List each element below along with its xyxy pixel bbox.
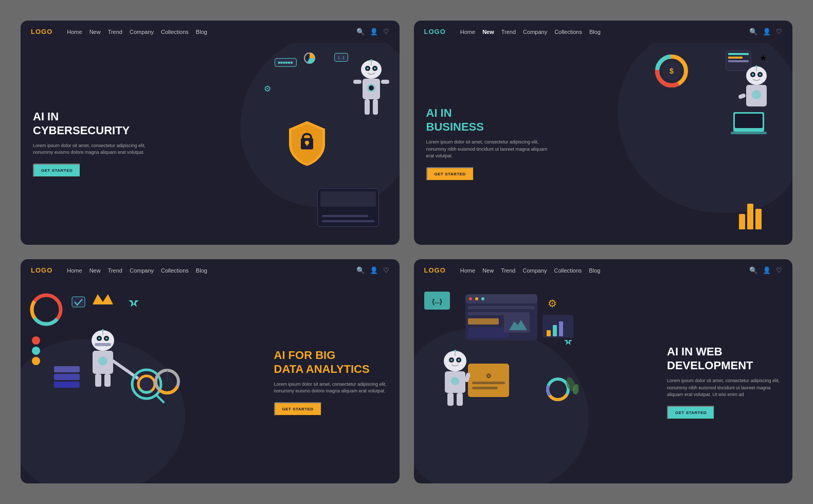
nav-new-1[interactable]: New	[89, 29, 101, 35]
card-webdev: LOGO Home New Trend Company Collections …	[414, 259, 793, 483]
svg-rect-101	[472, 382, 505, 384]
svg-point-96	[454, 350, 456, 352]
search-icon-2[interactable]: 🔍	[749, 28, 757, 35]
nav-icons-2: 🔍 👤 ♡	[749, 28, 782, 35]
svg-point-75	[469, 297, 472, 300]
content-bigdata: AI FOR BIG DATA ANALYTICS Lorem ipsum do…	[21, 281, 400, 483]
svg-point-77	[481, 297, 484, 300]
svg-rect-88	[559, 321, 563, 336]
svg-rect-105	[457, 393, 463, 406]
search-icon-3[interactable]: 🔍	[356, 266, 365, 274]
nav-new-2[interactable]: New	[482, 29, 494, 35]
svg-point-40	[37, 300, 56, 319]
svg-point-55	[105, 337, 107, 339]
nav-collections-3[interactable]: Collections	[161, 267, 189, 274]
robot-business	[731, 63, 782, 137]
nav-trend-4[interactable]: Trend	[501, 267, 515, 274]
nav-new-4[interactable]: New	[482, 267, 494, 274]
user-icon-1[interactable]: 👤	[370, 28, 378, 35]
nav-trend-2[interactable]: Trend	[501, 29, 516, 35]
text-business: AI IN BUSINESS Lorem ipsum dolor sit ame…	[426, 106, 550, 181]
svg-text:$: $	[670, 67, 674, 75]
text-cybersecurity: AI IN CYBERSECURITY Lorem ipsum dolor si…	[33, 110, 156, 177]
svg-point-93	[450, 359, 453, 361]
nav-home-3[interactable]: Home	[67, 267, 82, 274]
monitor-box	[317, 188, 379, 227]
nav-company-1[interactable]: Company	[130, 29, 154, 35]
screen-bar-1	[322, 220, 374, 222]
user-icon-4[interactable]: 👤	[763, 266, 771, 274]
stat-bar-1	[728, 53, 749, 55]
chart-icon-1	[302, 52, 317, 66]
cta-business[interactable]: GET STARTED	[426, 167, 474, 181]
nav-home-4[interactable]: Home	[460, 267, 475, 274]
content-webdev: {...} ⚙	[414, 281, 793, 483]
nav-company-2[interactable]: Company	[523, 29, 547, 35]
desc-cybersecurity: Lorem ipsum dolor sit amet, consectetur …	[33, 142, 156, 156]
svg-line-65	[157, 395, 164, 402]
nav-company-4[interactable]: Company	[522, 267, 547, 274]
svg-rect-66	[95, 374, 101, 387]
nav-items-cybersecurity: Home New Trend Company Collections Blog	[67, 29, 347, 35]
search-icon-4[interactable]: 🔍	[749, 266, 757, 274]
heart-icon-3[interactable]: ♡	[383, 266, 389, 274]
svg-point-28	[759, 74, 761, 76]
nav-icons-4: 🔍 👤 ♡	[749, 266, 782, 274]
nav-home-1[interactable]: Home	[67, 29, 82, 35]
code-chip: {...}	[334, 53, 348, 62]
nav-home-2[interactable]: Home	[460, 29, 475, 35]
nav-items-webdev: Home New Trend Company Collections Blog	[460, 267, 740, 274]
nav-items-business: Home New Trend Company Collections Blog	[460, 29, 740, 35]
nav-collections-1[interactable]: Collections	[161, 29, 189, 35]
nav-business: LOGO Home New Trend Company Collections …	[414, 21, 793, 43]
nav-cybersecurity: LOGO Home New Trend Company Collections …	[21, 21, 400, 43]
svg-rect-34	[735, 114, 763, 128]
nav-trend-3[interactable]: Trend	[108, 267, 122, 274]
logo-cybersecurity: LOGO	[31, 28, 52, 35]
text-bigdata: AI FOR BIG DATA ANALYTICS Lorem ipsum do…	[274, 349, 387, 416]
svg-rect-67	[104, 374, 111, 387]
svg-rect-86	[547, 330, 551, 336]
content-business: $ ★	[414, 43, 793, 245]
nav-items-bigdata: Home New Trend Company Collections Blog	[67, 267, 347, 274]
svg-point-94	[458, 359, 460, 361]
nav-blog-3[interactable]: Blog	[196, 267, 207, 274]
heart-icon-4[interactable]: ♡	[776, 266, 782, 274]
nav-collections-2[interactable]: Collections	[554, 29, 582, 35]
screen-bar-2	[322, 215, 368, 217]
nav-trend-1[interactable]: Trend	[108, 29, 122, 35]
user-icon-3[interactable]: 👤	[370, 266, 378, 274]
nav-blog-1[interactable]: Blog	[196, 29, 207, 35]
svg-point-42	[32, 347, 40, 355]
heart-icon-2[interactable]: ♡	[776, 28, 782, 35]
nav-new-3[interactable]: New	[89, 267, 101, 274]
card-bigdata: LOGO Home New Trend Company Collections …	[21, 259, 400, 483]
cta-cybersecurity[interactable]: GET STARTED	[33, 164, 81, 177]
svg-marker-49	[129, 300, 139, 307]
logo-business: LOGO	[424, 28, 446, 35]
nav-company-3[interactable]: Company	[130, 267, 154, 274]
robot-cybersecurity	[348, 58, 394, 127]
stat-bar-3	[728, 60, 749, 62]
star-icon: ★	[760, 53, 767, 63]
svg-rect-104	[447, 393, 454, 406]
svg-rect-51	[95, 343, 111, 346]
search-icon-1[interactable]: 🔍	[356, 28, 365, 35]
nav-blog-2[interactable]: Blog	[589, 29, 601, 35]
monitor-container	[317, 188, 384, 235]
nav-blog-4[interactable]: Blog	[589, 267, 600, 274]
svg-rect-78	[468, 306, 535, 309]
cta-bigdata[interactable]: GET STARTED	[274, 402, 322, 416]
svg-rect-80	[468, 318, 499, 325]
bar-chart	[739, 204, 762, 229]
heart-icon-1[interactable]: ♡	[383, 28, 389, 35]
text-webdev: AI IN WEB DEVELOPMENT Lorem ipsum dolor …	[667, 345, 780, 419]
svg-point-41	[32, 336, 40, 345]
nav-collections-4[interactable]: Collections	[554, 267, 582, 274]
svg-marker-48	[93, 294, 113, 304]
float-code-chip: {...}	[334, 53, 348, 62]
cta-webdev[interactable]: GET STARTED	[667, 406, 715, 420]
user-icon-2[interactable]: 👤	[763, 28, 771, 35]
svg-point-32	[752, 90, 761, 99]
nav-icons-3: 🔍 👤 ♡	[356, 266, 389, 274]
